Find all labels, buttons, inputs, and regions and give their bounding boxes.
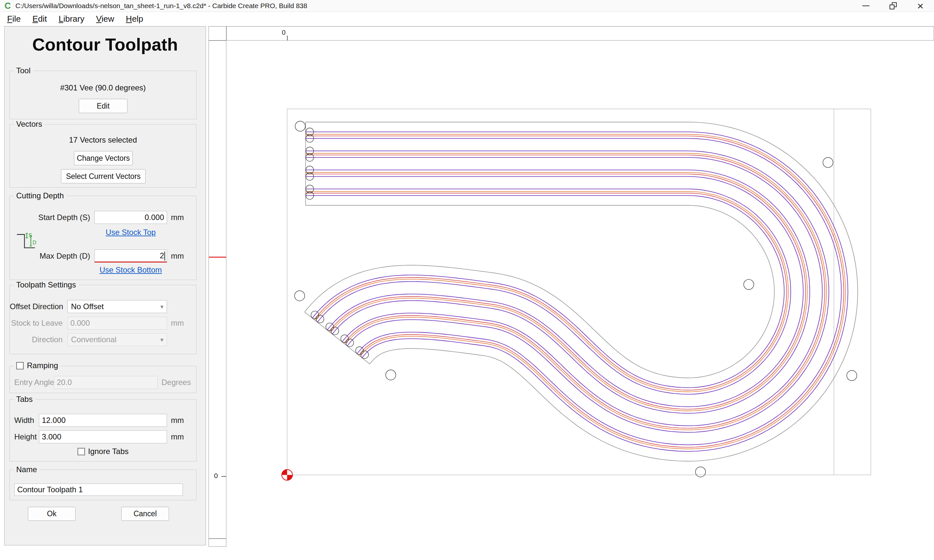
toolpath-vectors[interactable]	[305, 132, 848, 451]
shape-outline	[305, 122, 858, 462]
ruler-v-zero-label: 0	[214, 472, 218, 480]
cancel-button[interactable]: Cancel	[121, 507, 169, 521]
toolpath-settings-legend: Toolpath Settings	[14, 280, 79, 289]
caption-buttons: ×	[852, 0, 934, 12]
app-logo-icon: C	[5, 1, 11, 11]
ignore-tabs-label: Ignore Tabs	[88, 447, 129, 456]
tab-width-label: Width	[14, 414, 34, 427]
design-canvas[interactable]	[227, 40, 934, 560]
tab-width-unit: mm	[171, 414, 184, 427]
menu-edit[interactable]: Edit	[26, 12, 53, 26]
ramping-checkbox[interactable]	[16, 362, 24, 369]
depth-diagram-icon: S D	[14, 231, 37, 252]
tab-markers[interactable]	[294, 121, 857, 477]
stock-to-leave-label: Stock to Leave	[10, 317, 63, 329]
ignore-tabs-row: Ignore Tabs	[10, 447, 196, 456]
minimize-icon	[862, 6, 869, 6]
ignore-tabs-checkbox[interactable]	[77, 448, 85, 455]
stock-to-leave-unit: mm	[171, 317, 184, 329]
text-cursor	[165, 251, 165, 260]
offset-direction-dropdown[interactable]: No Offset ▾	[68, 300, 167, 313]
ok-button[interactable]: Ok	[28, 507, 76, 521]
start-depth-unit: mm	[171, 211, 184, 224]
entry-angle-input	[54, 376, 157, 389]
tabs-groupbox: Tabs Width mm Height mm Ignore Tabs	[9, 399, 197, 462]
vectors-groupbox: Vectors 17 Vectors selected Change Vecto…	[9, 124, 197, 188]
name-groupbox: Name	[9, 469, 197, 500]
max-depth-input-wrap	[94, 249, 167, 263]
svg-text:D: D	[32, 240, 36, 245]
ruler-h-zero-tick	[287, 35, 288, 40]
vectors-legend: Vectors	[14, 120, 45, 129]
use-stock-bottom-link[interactable]: Use Stock Bottom	[94, 265, 167, 274]
depth-indicator-tick	[209, 257, 226, 258]
entry-angle-label: Entry Angle	[14, 376, 54, 389]
tool-groupbox: Tool #301 Vee (90.0 degrees) Edit	[9, 71, 197, 119]
entry-angle-unit: Degrees	[162, 376, 191, 389]
tool-name: #301 Vee (90.0 degrees)	[10, 83, 196, 92]
minimize-button[interactable]	[852, 0, 880, 12]
direction-label: Direction	[10, 333, 63, 346]
restore-icon	[889, 2, 897, 9]
origin-marker	[282, 469, 293, 480]
use-stock-top-link[interactable]: Use Stock Top	[94, 228, 167, 237]
toolpath-name-input[interactable]	[14, 483, 183, 496]
cutting-depth-groupbox: Cutting Depth Start Depth (S) mm Use Sto…	[9, 196, 197, 280]
ruler-vertical: 0	[208, 40, 227, 538]
tab-height-label: Height	[14, 430, 37, 443]
titlebar: C C:/Users/willa/Downloads/s-nelson_tan_…	[0, 0, 934, 12]
offset-direction-label: Offset Direction	[10, 300, 63, 313]
vectors-status: 17 Vectors selected	[10, 135, 196, 145]
ramping-label: Ramping	[27, 361, 58, 370]
tab-width-input[interactable]	[39, 414, 167, 427]
window-title: C:/Users/willa/Downloads/s-nelson_tan_sh…	[15, 2, 307, 10]
chevron-down-icon: ▾	[160, 303, 163, 311]
menu-help[interactable]: Help	[120, 12, 149, 26]
menu-file[interactable]: File	[1, 12, 26, 26]
name-legend: Name	[14, 465, 40, 474]
start-depth-input[interactable]	[94, 211, 167, 224]
tab-height-unit: mm	[171, 430, 184, 443]
ruler-v-zero-tick	[222, 476, 226, 477]
menu-library[interactable]: Library	[53, 12, 90, 26]
start-depth-label: Start Depth (S)	[16, 211, 90, 224]
edit-tool-button[interactable]: Edit	[79, 99, 128, 113]
change-vectors-button[interactable]: Change Vectors	[74, 151, 133, 165]
ruler-horizontal: 0	[227, 26, 934, 40]
cutting-depth-legend: Cutting Depth	[14, 191, 66, 200]
direction-dropdown: Conventional ▾	[68, 333, 167, 346]
tabs-legend: Tabs	[14, 395, 35, 404]
ruler-cap	[208, 538, 227, 547]
select-current-vectors-button[interactable]: Select Current Vectors	[61, 169, 146, 183]
page-title: Contour Toolpath	[5, 34, 206, 54]
app-window: C C:/Users/willa/Downloads/s-nelson_tan_…	[0, 0, 934, 560]
tab-height-input[interactable]	[39, 430, 167, 443]
chevron-down-icon: ▾	[160, 336, 163, 343]
ramping-legend: Ramping	[14, 361, 61, 370]
menubar: File Edit Library View Help	[0, 12, 934, 26]
ruler-h-zero-label: 0	[282, 29, 286, 36]
max-depth-input[interactable]	[94, 249, 167, 263]
close-icon: ×	[917, 0, 924, 11]
close-button[interactable]: ×	[907, 0, 934, 12]
contour-toolpath-panel: Contour Toolpath Tool #301 Vee (90.0 deg…	[4, 26, 206, 545]
menu-view[interactable]: View	[90, 12, 120, 26]
max-depth-label: Max Depth (D)	[16, 249, 90, 263]
ruler-corner	[208, 26, 227, 40]
max-depth-unit: mm	[171, 249, 184, 263]
maximize-button[interactable]	[880, 0, 907, 12]
tool-legend: Tool	[14, 66, 33, 75]
stock-to-leave-input	[68, 317, 167, 329]
toolpath-settings-groupbox: Toolpath Settings Offset Direction No Of…	[9, 285, 197, 354]
ramping-groupbox: Ramping Entry Angle Degrees	[9, 366, 197, 393]
